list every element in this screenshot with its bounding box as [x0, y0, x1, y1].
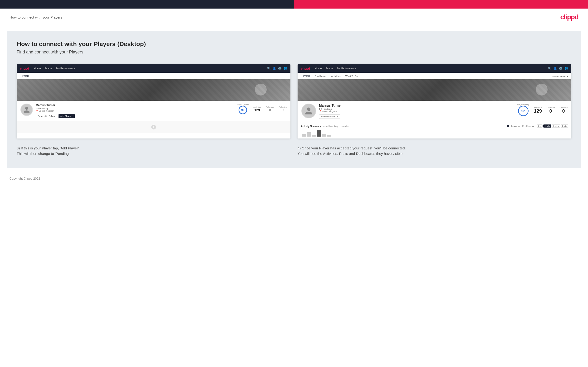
remove-x-icon: ✕ [337, 116, 338, 118]
chart-bar-4 [317, 130, 321, 137]
chart-bar-1 [302, 134, 306, 137]
time-buttons: 1 yr 6 mths 3 mths 1 mth [537, 125, 568, 128]
screenshot-right: clippd Home Teams My Performance 🔍 👤 ⚙️ … [298, 64, 571, 139]
right-handicap: 1-5 Handicap [319, 108, 515, 110]
activity-subtitle: Monthly Activity · 6 Months [322, 125, 349, 128]
right-profile-icon[interactable]: 👤 [553, 67, 557, 70]
main-subtitle: Find and connect with your Players [17, 50, 571, 55]
page-footer: Copyright Clippd 2022 [0, 173, 588, 184]
page-title: How to connect with your Players [9, 15, 62, 19]
activity-title: Activity Summary [301, 125, 321, 128]
header-divider [9, 26, 579, 26]
add-player-button[interactable]: Add Player + [59, 114, 75, 118]
right-nav-teams[interactable]: Teams [326, 67, 333, 70]
right-app-logo: clippd [301, 67, 310, 70]
tab-what-to-on-right[interactable]: What To On [343, 75, 360, 79]
right-stat-following: Following 0 [560, 106, 568, 114]
activity-title-group: Activity Summary Monthly Activity · 6 Mo… [301, 124, 348, 128]
description-right: 4) Once your Player has accepted your re… [298, 146, 571, 156]
description-left: 3) If this is your Player tap, 'Add Play… [17, 146, 290, 156]
right-profile-details: Marcus Turner 1-5 Handicap 📍 United King… [319, 104, 515, 119]
left-hero-image [17, 79, 290, 101]
left-player-name: Marcus Turner [36, 104, 234, 107]
time-btn-1mth[interactable]: 1 mth [561, 125, 568, 128]
right-location: 📍 United Kingdom [319, 110, 515, 113]
right-player-name: Marcus Turner [319, 104, 515, 107]
right-tab-bar: Profile Dashboard Activities What To On … [298, 73, 571, 79]
chart-bar-3 [312, 135, 316, 137]
tab-dashboard-right[interactable]: Dashboard [312, 75, 329, 79]
left-tab-bar: Profile [17, 73, 290, 79]
settings-icon[interactable]: ⚙️ [278, 67, 282, 70]
right-avatar-icon[interactable]: 🌐 [564, 67, 568, 70]
clippd-logo: clippd [560, 13, 579, 21]
right-settings-icon[interactable]: ⚙️ [559, 67, 562, 70]
right-stat-activities: Activities 129 [534, 106, 542, 114]
right-location-icon: 📍 [319, 110, 322, 113]
time-btn-1yr[interactable]: 1 yr [537, 125, 543, 128]
remove-player-button-wrapper: Remove Player ✕ [319, 113, 515, 119]
chart-bar-6 [327, 135, 331, 137]
activity-chart [301, 129, 568, 137]
left-nav-icons: 🔍 👤 ⚙️ 🌐 [267, 67, 287, 70]
right-search-icon[interactable]: 🔍 [548, 67, 552, 70]
left-nav-home[interactable]: Home [34, 67, 41, 70]
right-navbar: clippd Home Teams My Performance 🔍 👤 ⚙️ … [298, 64, 571, 73]
descriptions-row: 3) If this is your Player tap, 'Add Play… [17, 146, 571, 156]
off-course-label: Off course [526, 125, 534, 127]
tab-activities-right[interactable]: Activities [329, 75, 343, 79]
current-user-label: Marcus Turner ▾ [552, 75, 568, 79]
page-header: How to connect with your Players clippd [0, 8, 588, 26]
main-content: How to connect with your Players (Deskto… [7, 31, 581, 168]
main-title: How to connect with your Players (Deskto… [17, 40, 571, 48]
remove-player-button[interactable]: Remove Player ✕ [319, 115, 340, 119]
search-icon[interactable]: 🔍 [267, 67, 271, 70]
right-quality-circle: 92 [518, 106, 528, 116]
left-avatar [20, 104, 33, 116]
right-nav-icons: 🔍 👤 ⚙️ 🌐 [548, 67, 568, 70]
right-profile-section: Marcus Turner 1-5 Handicap 📍 United King… [298, 101, 571, 122]
left-nav-myperformance[interactable]: My Performance [56, 67, 75, 70]
off-course-dot [522, 125, 524, 127]
left-stat-followers: Followers 0 [266, 106, 274, 112]
avatar-icon[interactable]: 🌐 [284, 67, 287, 70]
time-btn-3mths[interactable]: 3 mths [552, 125, 560, 128]
left-screenshot-bottom [17, 121, 290, 133]
on-course-label: On course [511, 125, 520, 127]
on-course-dot [507, 125, 509, 127]
left-handicap: 1-5 Handicap [36, 107, 234, 110]
top-bar [0, 0, 588, 8]
right-avatar [301, 104, 316, 118]
right-stat-followers: Followers 0 [547, 106, 555, 114]
left-location: 📍 United Kingdom [36, 110, 234, 112]
screenshot-left: clippd Home Teams My Performance 🔍 👤 ⚙️ … [17, 64, 290, 139]
left-stats-row: Player Quality 92 Activities 129 Followe… [237, 104, 287, 114]
right-player-quality: Player Quality 92 [517, 104, 529, 116]
left-stat-following: Following 0 [278, 106, 287, 112]
right-nav-home[interactable]: Home [315, 67, 322, 70]
left-stat-activities: Activities 129 [253, 106, 261, 112]
left-profile-section: Marcus Turner 1-5 Handicap 📍 United King… [17, 101, 290, 121]
time-btn-6mths[interactable]: 6 mths [543, 125, 551, 128]
right-hero-image [298, 79, 571, 101]
screenshots-row: clippd Home Teams My Performance 🔍 👤 ⚙️ … [17, 64, 571, 139]
tab-profile-right[interactable]: Profile [301, 75, 312, 79]
left-player-quality: Player Quality 92 [237, 104, 249, 114]
location-icon: 📍 [36, 110, 38, 112]
chart-bar-5 [322, 134, 326, 137]
left-profile-actions: Request to Follow Add Player + [36, 114, 234, 118]
activity-legend: On course Off course [507, 125, 534, 127]
left-navbar: clippd Home Teams My Performance 🔍 👤 ⚙️ … [17, 64, 290, 73]
right-nav-myperformance[interactable]: My Performance [337, 67, 356, 70]
left-nav-teams[interactable]: Teams [45, 67, 52, 70]
right-tab-bar-left: Profile Dashboard Activities What To On [301, 75, 360, 79]
request-to-follow-button[interactable]: Request to Follow [36, 114, 57, 118]
left-profile-details: Marcus Turner 1-5 Handicap 📍 United King… [36, 104, 234, 118]
activity-summary: Activity Summary Monthly Activity · 6 Mo… [298, 122, 571, 139]
right-stats-row: Player Quality 92 Activities 129 Followe… [517, 104, 568, 116]
left-quality-circle: 92 [239, 106, 247, 114]
chart-bar-2 [307, 132, 311, 137]
tab-profile-left[interactable]: Profile [20, 75, 31, 79]
profile-icon[interactable]: 👤 [273, 67, 276, 70]
activity-header: Activity Summary Monthly Activity · 6 Mo… [301, 124, 568, 128]
